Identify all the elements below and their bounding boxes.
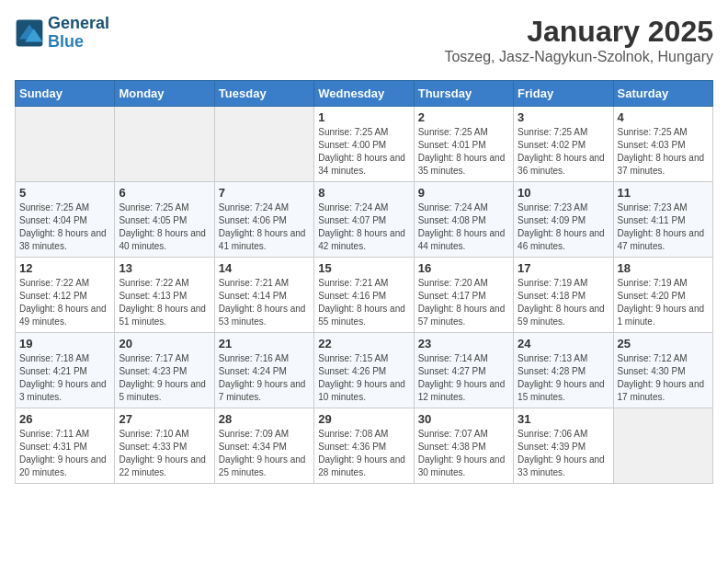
weekday-tuesday: Tuesday (214, 81, 313, 107)
weekday-wednesday: Wednesday (314, 81, 414, 107)
day-cell: 17Sunrise: 7:19 AMSunset: 4:18 PMDayligh… (514, 258, 613, 333)
day-detail: Sunrise: 7:15 AMSunset: 4:26 PMDaylight:… (318, 352, 409, 404)
day-detail: Sunrise: 7:25 AMSunset: 4:02 PMDaylight:… (518, 126, 609, 178)
weekday-saturday: Saturday (613, 81, 712, 107)
day-number: 9 (418, 186, 509, 200)
day-number: 1 (318, 110, 409, 124)
day-cell: 16Sunrise: 7:20 AMSunset: 4:17 PMDayligh… (414, 258, 513, 333)
day-cell: 24Sunrise: 7:13 AMSunset: 4:28 PMDayligh… (514, 333, 613, 408)
calendar-body: 1Sunrise: 7:25 AMSunset: 4:00 PMDaylight… (16, 107, 713, 484)
day-cell: 14Sunrise: 7:21 AMSunset: 4:14 PMDayligh… (214, 258, 313, 333)
day-detail: Sunrise: 7:21 AMSunset: 4:16 PMDaylight:… (318, 277, 409, 328)
day-cell: 2Sunrise: 7:25 AMSunset: 4:01 PMDaylight… (414, 107, 513, 182)
day-detail: Sunrise: 7:23 AMSunset: 4:09 PMDaylight:… (518, 201, 609, 253)
day-number: 19 (19, 337, 110, 350)
day-cell: 31Sunrise: 7:06 AMSunset: 4:39 PMDayligh… (514, 408, 613, 484)
day-cell: 6Sunrise: 7:25 AMSunset: 4:05 PMDaylight… (115, 182, 214, 258)
day-number: 11 (618, 186, 709, 200)
day-detail: Sunrise: 7:25 AMSunset: 4:03 PMDaylight:… (618, 126, 709, 178)
day-detail: Sunrise: 7:09 AMSunset: 4:34 PMDaylight:… (219, 428, 310, 479)
day-number: 6 (119, 186, 210, 200)
day-cell (613, 408, 712, 484)
day-detail: Sunrise: 7:07 AMSunset: 4:38 PMDaylight:… (418, 428, 509, 479)
day-detail: Sunrise: 7:19 AMSunset: 4:20 PMDaylight:… (618, 277, 709, 328)
day-cell: 26Sunrise: 7:11 AMSunset: 4:31 PMDayligh… (16, 408, 115, 484)
day-number: 27 (119, 412, 210, 426)
day-detail: Sunrise: 7:24 AMSunset: 4:06 PMDaylight:… (219, 201, 310, 253)
day-number: 20 (119, 337, 210, 350)
day-cell (16, 107, 115, 182)
day-detail: Sunrise: 7:21 AMSunset: 4:14 PMDaylight:… (219, 277, 310, 328)
day-cell: 11Sunrise: 7:23 AMSunset: 4:11 PMDayligh… (613, 182, 712, 258)
day-number: 30 (418, 412, 509, 426)
logo-icon (15, 18, 44, 48)
weekday-sunday: Sunday (16, 81, 115, 107)
day-number: 13 (119, 261, 210, 275)
day-cell: 10Sunrise: 7:23 AMSunset: 4:09 PMDayligh… (514, 182, 613, 258)
logo-general: General (48, 15, 109, 33)
day-cell: 27Sunrise: 7:10 AMSunset: 4:33 PMDayligh… (115, 408, 214, 484)
day-detail: Sunrise: 7:25 AMSunset: 4:00 PMDaylight:… (318, 126, 409, 178)
week-row-5: 26Sunrise: 7:11 AMSunset: 4:31 PMDayligh… (16, 408, 713, 484)
day-number: 8 (318, 186, 409, 200)
day-detail: Sunrise: 7:23 AMSunset: 4:11 PMDaylight:… (618, 201, 709, 253)
day-cell: 15Sunrise: 7:21 AMSunset: 4:16 PMDayligh… (314, 258, 414, 333)
day-number: 5 (19, 186, 110, 200)
day-number: 21 (219, 337, 310, 350)
day-number: 26 (19, 412, 110, 426)
day-detail: Sunrise: 7:11 AMSunset: 4:31 PMDaylight:… (19, 428, 110, 479)
day-number: 18 (618, 261, 709, 275)
day-detail: Sunrise: 7:06 AMSunset: 4:39 PMDaylight:… (518, 428, 609, 479)
day-number: 14 (219, 261, 310, 275)
day-number: 12 (19, 261, 110, 275)
calendar-table: SundayMondayTuesdayWednesdayThursdayFrid… (15, 80, 713, 484)
day-detail: Sunrise: 7:18 AMSunset: 4:21 PMDaylight:… (19, 352, 110, 404)
day-number: 2 (418, 110, 509, 124)
day-cell: 3Sunrise: 7:25 AMSunset: 4:02 PMDaylight… (514, 107, 613, 182)
logo-blue: Blue (48, 33, 109, 52)
day-detail: Sunrise: 7:22 AMSunset: 4:12 PMDaylight:… (19, 277, 110, 328)
day-cell: 12Sunrise: 7:22 AMSunset: 4:12 PMDayligh… (16, 258, 115, 333)
day-detail: Sunrise: 7:22 AMSunset: 4:13 PMDaylight:… (119, 277, 210, 328)
month-title: January 2025 (444, 15, 713, 49)
weekday-monday: Monday (115, 81, 214, 107)
day-cell: 4Sunrise: 7:25 AMSunset: 4:03 PMDaylight… (613, 107, 712, 182)
day-detail: Sunrise: 7:17 AMSunset: 4:23 PMDaylight:… (119, 352, 210, 404)
week-row-3: 12Sunrise: 7:22 AMSunset: 4:12 PMDayligh… (16, 258, 713, 333)
week-row-4: 19Sunrise: 7:18 AMSunset: 4:21 PMDayligh… (16, 333, 713, 408)
weekday-friday: Friday (514, 81, 613, 107)
day-detail: Sunrise: 7:25 AMSunset: 4:05 PMDaylight:… (119, 201, 210, 253)
day-detail: Sunrise: 7:12 AMSunset: 4:30 PMDaylight:… (618, 352, 709, 404)
day-detail: Sunrise: 7:20 AMSunset: 4:17 PMDaylight:… (418, 277, 509, 328)
day-cell: 18Sunrise: 7:19 AMSunset: 4:20 PMDayligh… (613, 258, 712, 333)
day-number: 15 (318, 261, 409, 275)
day-detail: Sunrise: 7:24 AMSunset: 4:08 PMDaylight:… (418, 201, 509, 253)
day-cell: 8Sunrise: 7:24 AMSunset: 4:07 PMDaylight… (314, 182, 414, 258)
day-number: 17 (518, 261, 609, 275)
day-number: 23 (418, 337, 509, 350)
day-cell: 21Sunrise: 7:16 AMSunset: 4:24 PMDayligh… (214, 333, 313, 408)
day-number: 10 (518, 186, 609, 200)
weekday-thursday: Thursday (414, 81, 513, 107)
day-cell: 13Sunrise: 7:22 AMSunset: 4:13 PMDayligh… (115, 258, 214, 333)
title-area: January 2025 Toszeg, Jasz-Nagykun-Szolno… (444, 15, 713, 65)
day-number: 16 (418, 261, 509, 275)
day-detail: Sunrise: 7:25 AMSunset: 4:04 PMDaylight:… (19, 201, 110, 253)
location-title: Toszeg, Jasz-Nagykun-Szolnok, Hungary (444, 49, 713, 65)
day-cell: 9Sunrise: 7:24 AMSunset: 4:08 PMDaylight… (414, 182, 513, 258)
week-row-2: 5Sunrise: 7:25 AMSunset: 4:04 PMDaylight… (16, 182, 713, 258)
day-number: 28 (219, 412, 310, 426)
day-cell: 30Sunrise: 7:07 AMSunset: 4:38 PMDayligh… (414, 408, 513, 484)
day-detail: Sunrise: 7:19 AMSunset: 4:18 PMDaylight:… (518, 277, 609, 328)
day-cell: 25Sunrise: 7:12 AMSunset: 4:30 PMDayligh… (613, 333, 712, 408)
day-number: 7 (219, 186, 310, 200)
day-cell: 5Sunrise: 7:25 AMSunset: 4:04 PMDaylight… (16, 182, 115, 258)
day-detail: Sunrise: 7:08 AMSunset: 4:36 PMDaylight:… (318, 428, 409, 479)
day-number: 3 (518, 110, 609, 124)
day-cell: 7Sunrise: 7:24 AMSunset: 4:06 PMDaylight… (214, 182, 313, 258)
day-number: 22 (318, 337, 409, 350)
day-number: 24 (518, 337, 609, 350)
day-number: 29 (318, 412, 409, 426)
day-cell (214, 107, 313, 182)
logo: General Blue (15, 15, 109, 52)
